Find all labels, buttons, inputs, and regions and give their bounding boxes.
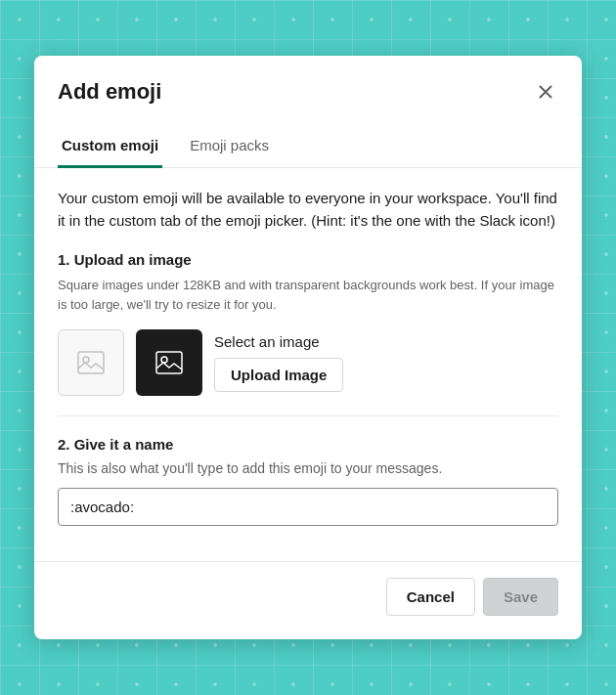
svg-rect-0: [78, 352, 104, 373]
cancel-button[interactable]: Cancel: [386, 578, 475, 616]
close-button[interactable]: [533, 79, 558, 105]
modal-footer: Cancel Save: [34, 561, 582, 639]
upload-controls: Select an image Upload Image: [214, 333, 343, 392]
svg-point-1: [83, 357, 89, 363]
image-icon-light: [75, 347, 107, 378]
upload-image-button[interactable]: Upload Image: [214, 358, 343, 392]
emoji-name-input[interactable]: [58, 488, 558, 526]
modal-header: Add emoji: [34, 56, 582, 105]
image-placeholder-light: [58, 329, 124, 396]
image-icon-dark: [154, 347, 185, 378]
upload-section-title: 1. Upload an image: [58, 251, 558, 268]
tab-bar: Custom emoji Emoji packs: [34, 116, 582, 168]
upload-section: 1. Upload an image Square images under 1…: [58, 251, 558, 396]
add-emoji-modal: Add emoji Custom emoji Emoji packs Your …: [34, 56, 582, 639]
upload-section-subtitle: Square images under 128KB and with trans…: [58, 276, 558, 314]
workspace-description: Your custom emoji will be available to e…: [58, 188, 558, 232]
modal-body: Your custom emoji will be available to e…: [34, 168, 582, 549]
tab-custom-emoji[interactable]: Custom emoji: [58, 129, 162, 168]
section-divider: [58, 415, 558, 416]
name-section: 2. Give it a name This is also what you'…: [58, 436, 558, 526]
select-image-label: Select an image: [214, 333, 343, 350]
upload-area: Select an image Upload Image: [58, 329, 558, 396]
tab-emoji-packs[interactable]: Emoji packs: [186, 129, 273, 168]
modal-title: Add emoji: [58, 79, 161, 105]
image-placeholder-dark: [136, 329, 202, 396]
svg-rect-2: [156, 352, 182, 373]
name-section-title: 2. Give it a name: [58, 436, 558, 453]
close-icon: [537, 83, 554, 101]
svg-point-3: [161, 357, 167, 363]
save-button[interactable]: Save: [483, 578, 558, 616]
name-section-description: This is also what you'll type to add thi…: [58, 460, 558, 476]
